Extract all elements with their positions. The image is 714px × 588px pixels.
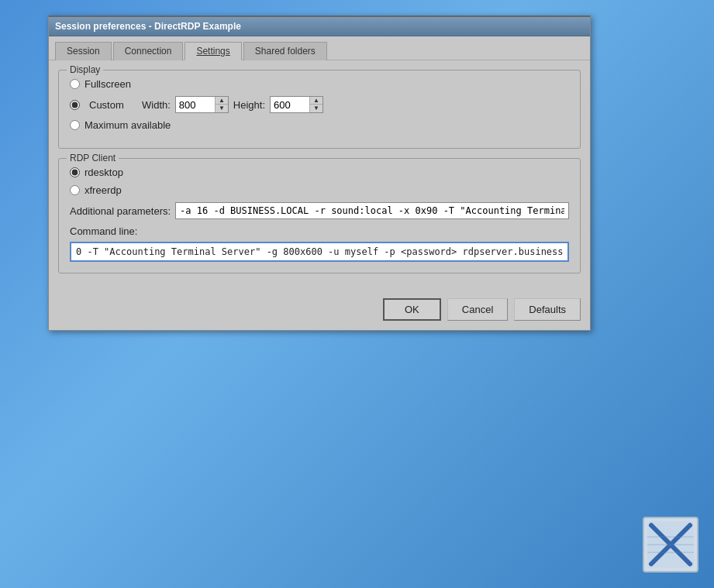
tabs-bar: Session Connection Settings Shared folde…: [49, 36, 590, 60]
height-label: Height:: [233, 99, 265, 111]
maximum-label[interactable]: Maximum available: [85, 119, 171, 131]
tab-settings[interactable]: Settings: [185, 42, 241, 60]
custom-row: Custom Width: ▲ ▼ Height: ▲ ▼: [70, 96, 569, 113]
fullscreen-label[interactable]: Fullscreen: [85, 78, 131, 90]
display-group: Display Fullscreen Custom Width: ▲ ▼ Hei…: [58, 70, 581, 149]
x11-logo-svg: [647, 521, 694, 568]
height-down-button[interactable]: ▼: [310, 105, 323, 112]
width-up-button[interactable]: ▲: [216, 97, 228, 105]
width-down-button[interactable]: ▼: [216, 105, 228, 112]
display-group-label: Display: [67, 64, 103, 75]
xfreerdp-label[interactable]: xfreerdp: [85, 184, 122, 196]
buttons-row: OK Cancel Defaults: [49, 292, 590, 330]
x11-logo: [643, 517, 698, 573]
width-spinner: ▲ ▼: [175, 96, 229, 113]
width-label: Width:: [142, 99, 171, 111]
fullscreen-row: Fullscreen: [70, 78, 569, 90]
ok-button[interactable]: OK: [383, 298, 441, 321]
height-up-button[interactable]: ▲: [310, 97, 323, 105]
xfreerdp-row: xfreerdp: [70, 184, 569, 196]
custom-label[interactable]: Custom: [89, 99, 128, 111]
title-bar: Session preferences - DirectRDP Example: [49, 17, 590, 36]
width-input[interactable]: [176, 97, 215, 112]
command-line-input[interactable]: [70, 242, 569, 262]
cancel-button[interactable]: Cancel: [447, 298, 508, 321]
height-spinner: ▲ ▼: [270, 96, 323, 113]
rdp-group: RDP Client rdesktop xfreerdp Additional …: [58, 158, 581, 273]
dialog-window: Session preferences - DirectRDP Example …: [48, 15, 591, 331]
xfreerdp-radio[interactable]: [70, 185, 80, 195]
tab-connection[interactable]: Connection: [113, 42, 184, 60]
tab-session[interactable]: Session: [55, 42, 112, 60]
title-text: Session preferences - DirectRDP Example: [55, 21, 241, 32]
defaults-button[interactable]: Defaults: [514, 298, 581, 321]
rdesktop-label[interactable]: rdesktop: [85, 167, 123, 178]
command-line-label: Command line:: [70, 225, 569, 237]
custom-radio[interactable]: [70, 100, 80, 110]
additional-params-row: Additional parameters:: [70, 202, 569, 219]
maximum-radio[interactable]: [70, 120, 80, 130]
command-line-section: Command line:: [70, 225, 569, 262]
rdp-group-label: RDP Client: [67, 153, 119, 163]
maximum-row: Maximum available: [70, 119, 569, 131]
fullscreen-radio[interactable]: [70, 79, 80, 89]
additional-params-input[interactable]: [175, 202, 569, 219]
dialog-content: Display Fullscreen Custom Width: ▲ ▼ Hei…: [49, 60, 590, 292]
height-input[interactable]: [271, 97, 309, 112]
rdesktop-row: rdesktop: [70, 167, 569, 178]
additional-params-label: Additional parameters:: [70, 205, 171, 217]
tab-shared-folders[interactable]: Shared folders: [243, 42, 327, 60]
rdesktop-radio[interactable]: [70, 167, 80, 177]
